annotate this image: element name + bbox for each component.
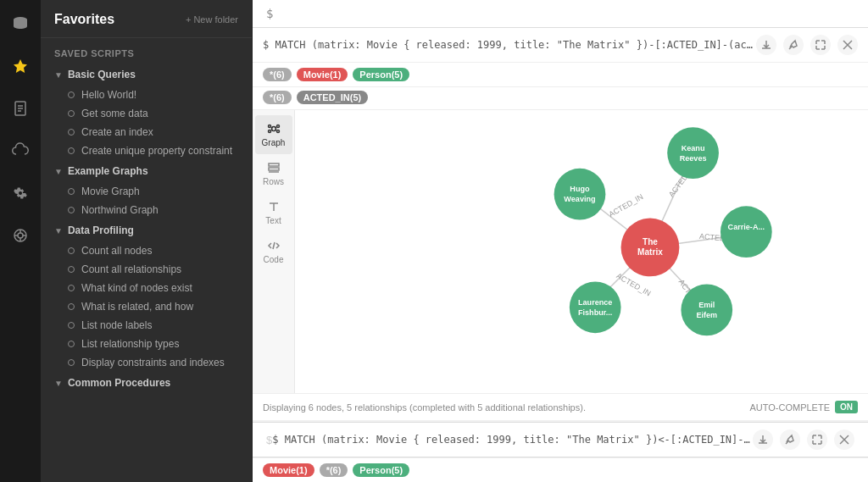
tag-green-2[interactable]: Person(5) bbox=[353, 463, 409, 477]
plugin-icon[interactable] bbox=[7, 222, 34, 249]
svg-text:The: The bbox=[643, 237, 658, 247]
list-item[interactable]: What is related, and how bbox=[41, 297, 252, 316]
item-label: What kind of nodes exist bbox=[81, 282, 192, 294]
svg-text:Fishbur...: Fishbur... bbox=[578, 308, 612, 317]
list-item[interactable]: Count all relationships bbox=[41, 260, 252, 279]
svg-line-22 bbox=[271, 130, 272, 130]
node-laurence[interactable] bbox=[570, 281, 621, 333]
svg-text:Matrix: Matrix bbox=[637, 247, 663, 257]
item-label: List relationship types bbox=[81, 338, 179, 350]
autocomplete-toggle[interactable]: ON bbox=[835, 401, 858, 413]
download-button-2[interactable] bbox=[753, 429, 773, 450]
result-footer: Displaying 6 nodes, 5 relationships (com… bbox=[253, 393, 868, 420]
dot-icon bbox=[68, 147, 75, 154]
section-example-graphs[interactable]: ▼ Example Graphs bbox=[41, 160, 252, 182]
node-hugo[interactable] bbox=[554, 169, 606, 220]
svg-point-7 bbox=[18, 233, 23, 238]
node-emil[interactable] bbox=[681, 284, 732, 335]
download-button[interactable] bbox=[756, 35, 776, 55]
document-icon[interactable] bbox=[7, 95, 34, 122]
section-data-profiling[interactable]: ▼ Data Profiling bbox=[41, 219, 252, 241]
list-item[interactable]: Count all nodes bbox=[41, 241, 252, 260]
list-item[interactable]: Create unique property constraint bbox=[41, 141, 252, 160]
graph-svg: ACTED_IN ACTED_IN ACTED_IN ACTED_IN ACTE… bbox=[295, 110, 868, 393]
graph-area[interactable]: ACTED_IN ACTED_IN ACTED_IN ACTED_IN ACTE… bbox=[295, 110, 868, 393]
sidebar-title: Favorites bbox=[54, 12, 114, 27]
dot-icon bbox=[68, 266, 75, 273]
tab-text[interactable]: Text bbox=[255, 193, 292, 232]
list-item[interactable]: Northwind Graph bbox=[41, 201, 252, 219]
dollar-sign-2: $ bbox=[266, 434, 272, 446]
database-icon[interactable] bbox=[7, 10, 34, 37]
svg-text:Weaving: Weaving bbox=[564, 195, 595, 203]
chevron-icon: ▼ bbox=[54, 70, 63, 80]
close-button[interactable] bbox=[837, 35, 858, 55]
section-label: Common Procedures bbox=[68, 377, 170, 389]
saved-scripts-label: Saved Scripts bbox=[41, 38, 252, 64]
list-item[interactable]: List relationship types bbox=[41, 335, 252, 353]
expand-button-2[interactable] bbox=[807, 429, 827, 450]
chevron-icon: ▼ bbox=[54, 226, 63, 235]
list-item[interactable]: Movie Graph bbox=[41, 182, 252, 201]
tag-red-2[interactable]: Movie(1) bbox=[263, 463, 314, 477]
tag-all-6[interactable]: *(6) bbox=[263, 68, 292, 81]
dot-icon bbox=[68, 247, 75, 254]
sidebar-header: Favorites + New folder bbox=[41, 0, 252, 38]
tag-grey-2[interactable]: *(6) bbox=[320, 463, 348, 477]
dot-icon bbox=[68, 322, 75, 329]
expand-button[interactable] bbox=[810, 35, 831, 55]
list-item[interactable]: What kind of nodes exist bbox=[41, 279, 252, 297]
tab-text-label: Text bbox=[265, 216, 281, 225]
svg-line-21 bbox=[275, 128, 275, 129]
list-item[interactable]: Create an index bbox=[41, 123, 252, 141]
svg-line-29 bbox=[273, 242, 275, 249]
node-carrie[interactable] bbox=[721, 206, 772, 258]
tags-row-second-result: Movie(1) *(6) Person(5) bbox=[253, 457, 868, 482]
section-label: Data Profiling bbox=[68, 224, 134, 236]
svg-text:Hugo: Hugo bbox=[570, 185, 590, 193]
pin-button-2[interactable] bbox=[780, 429, 800, 450]
section-label: Example Graphs bbox=[68, 165, 148, 177]
tag-movie[interactable]: Movie(1) bbox=[297, 68, 348, 81]
tab-rows-label: Rows bbox=[263, 177, 284, 186]
tab-rows[interactable]: Rows bbox=[255, 154, 292, 193]
tags-row: *(6) Movie(1) Person(5) bbox=[253, 63, 868, 87]
tag-person[interactable]: Person(5) bbox=[353, 68, 409, 81]
section-basic-queries[interactable]: ▼ Basic Queries bbox=[41, 64, 252, 86]
list-item[interactable]: List node labels bbox=[41, 316, 252, 335]
svg-text:Keanu: Keanu bbox=[682, 144, 705, 152]
svg-text:ACTED_IN: ACTED_IN bbox=[607, 192, 644, 219]
dot-icon bbox=[68, 359, 75, 366]
dot-icon bbox=[68, 110, 75, 117]
pin-button[interactable] bbox=[783, 35, 804, 55]
item-label: What is related, and how bbox=[81, 301, 193, 313]
cypher-input[interactable] bbox=[280, 8, 854, 20]
tab-code[interactable]: Code bbox=[255, 232, 292, 271]
section-common-procedures[interactable]: ▼ Common Procedures bbox=[41, 372, 252, 394]
list-item[interactable]: Get some data bbox=[41, 104, 252, 123]
cloud-icon[interactable] bbox=[7, 137, 34, 164]
query-bar-2: $ $ MATCH (matrix: Movie { released: 199… bbox=[253, 422, 868, 457]
tag-all-6b[interactable]: *(6) bbox=[263, 91, 292, 104]
node-keanu[interactable] bbox=[667, 127, 719, 179]
close-button-2[interactable] bbox=[834, 429, 854, 450]
tab-graph[interactable]: Graph bbox=[255, 115, 292, 154]
star-icon[interactable] bbox=[7, 53, 34, 80]
new-folder-button[interactable]: + New folder bbox=[186, 14, 238, 25]
svg-text:Eifem: Eifem bbox=[696, 311, 717, 319]
main-content: $ $ MATCH (matrix: Movie { released: 199… bbox=[253, 0, 868, 482]
list-item[interactable]: Hello World! bbox=[41, 86, 252, 104]
list-item[interactable]: Display constraints and indexes bbox=[41, 353, 252, 372]
result-header-1: $ MATCH (matrix: Movie { released: 1999,… bbox=[253, 28, 868, 63]
svg-rect-25 bbox=[269, 168, 279, 170]
svg-point-18 bbox=[268, 130, 270, 133]
dot-icon bbox=[68, 129, 75, 136]
gear-icon[interactable] bbox=[7, 180, 34, 207]
svg-text:Laurence: Laurence bbox=[578, 298, 612, 307]
svg-point-16 bbox=[268, 125, 270, 128]
result-query-text: $ MATCH (matrix: Movie { released: 1999,… bbox=[263, 39, 756, 51]
tag-acted-in[interactable]: ACTED_IN(5) bbox=[297, 91, 368, 104]
item-label: Movie Graph bbox=[81, 186, 140, 197]
dot-icon bbox=[68, 188, 75, 195]
svg-rect-24 bbox=[269, 163, 279, 166]
